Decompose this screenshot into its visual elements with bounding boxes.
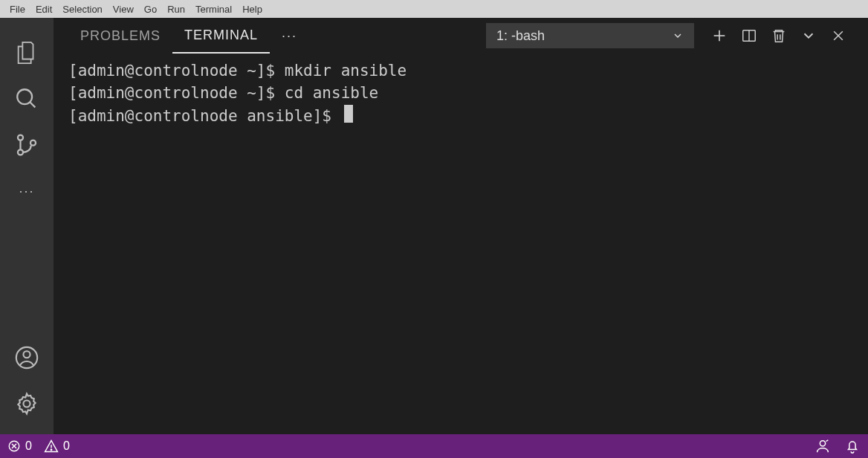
- warning-icon: [44, 439, 59, 454]
- terminal-output[interactable]: [admin@controlnode ~]$ mkdir ansible [ad…: [54, 54, 868, 434]
- status-bar: 0 0: [0, 434, 868, 458]
- menu-item-file[interactable]: File: [4, 4, 30, 15]
- status-errors[interactable]: 0: [7, 439, 32, 453]
- menu-item-terminal[interactable]: Terminal: [190, 4, 237, 15]
- terminal-line: [admin@controlnode ~]$ mkdir ansible: [68, 62, 407, 80]
- tab-terminal[interactable]: TERMINAL: [172, 18, 270, 54]
- status-warnings[interactable]: 0: [44, 439, 70, 454]
- settings-gear-icon[interactable]: [13, 390, 41, 418]
- terminal-line: [admin@controlnode ~]$ cd ansible: [68, 84, 378, 102]
- maximize-panel-button[interactable]: [794, 21, 823, 51]
- notifications-bell-icon[interactable]: [844, 438, 861, 454]
- error-icon: [7, 439, 21, 453]
- menu-item-edit[interactable]: Edit: [30, 4, 57, 15]
- close-panel-button[interactable]: [823, 21, 853, 51]
- menu-item-selection[interactable]: Selection: [57, 4, 107, 15]
- feedback-icon[interactable]: [814, 438, 831, 454]
- split-terminal-button[interactable]: [734, 21, 764, 51]
- svg-point-7: [23, 400, 30, 407]
- svg-point-6: [23, 351, 30, 358]
- svg-point-0: [17, 89, 32, 104]
- account-icon[interactable]: [13, 344, 41, 372]
- svg-point-3: [18, 149, 23, 155]
- menu-item-go[interactable]: Go: [139, 4, 162, 15]
- tab-problems[interactable]: PROBLEMS: [68, 18, 172, 54]
- activity-bar: ···: [0, 18, 54, 434]
- chevron-down-icon: [672, 30, 684, 42]
- panel-tabs: PROBLEMS TERMINAL ··· 1: -bash: [54, 18, 868, 54]
- menu-item-view[interactable]: View: [108, 4, 139, 15]
- terminal-selector[interactable]: 1: -bash: [486, 23, 694, 48]
- menu-item-help[interactable]: Help: [237, 4, 268, 15]
- kill-terminal-button[interactable]: [764, 21, 794, 51]
- svg-line-1: [30, 102, 35, 107]
- terminal-selector-label: 1: -bash: [496, 28, 545, 44]
- source-control-icon[interactable]: [13, 131, 41, 159]
- menu-item-run[interactable]: Run: [162, 4, 190, 15]
- svg-point-2: [18, 135, 23, 141]
- menu-bar: File Edit Selection View Go Run Terminal…: [0, 0, 868, 18]
- new-terminal-button[interactable]: [705, 21, 734, 51]
- search-icon[interactable]: [13, 85, 41, 113]
- status-warnings-count: 0: [63, 439, 70, 453]
- panel-area: PROBLEMS TERMINAL ··· 1: -bash: [54, 18, 868, 434]
- svg-point-4: [30, 141, 36, 146]
- terminal-cursor: [344, 105, 353, 123]
- tab-overflow-icon[interactable]: ···: [282, 28, 297, 44]
- files-icon[interactable]: [13, 39, 41, 67]
- terminal-line: [admin@controlnode ansible]$: [68, 107, 341, 125]
- svg-point-21: [820, 441, 825, 446]
- activity-overflow-icon[interactable]: ···: [19, 177, 34, 205]
- svg-point-20: [51, 449, 51, 450]
- status-errors-count: 0: [25, 439, 32, 453]
